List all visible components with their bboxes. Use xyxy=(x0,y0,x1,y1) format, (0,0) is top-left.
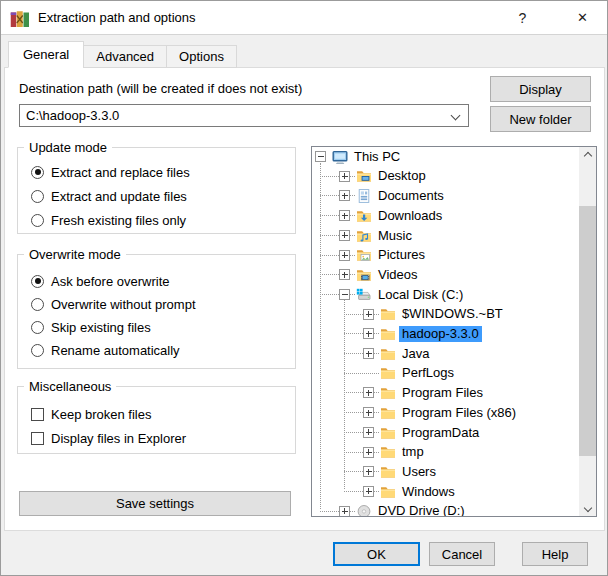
tree-item-label[interactable]: Program Files (x86) xyxy=(399,405,519,421)
expand-plus-icon[interactable] xyxy=(339,210,350,221)
tree-item-downloads[interactable]: Downloads xyxy=(312,206,579,226)
tree-item-label[interactable]: Pictures xyxy=(375,247,428,263)
tree-item-label[interactable]: tmp xyxy=(399,444,427,460)
scroll-up-icon[interactable] xyxy=(579,147,596,164)
folder-icon xyxy=(380,425,396,441)
folder-tree: This PCDesktopDocumentsDownloadsMusicPic… xyxy=(311,146,597,517)
checkbox-keep-broken-files[interactable]: Keep broken files xyxy=(31,404,151,424)
destination-path-label: Destination path (will be created if doe… xyxy=(19,81,302,96)
expand-plus-icon[interactable] xyxy=(363,447,374,458)
checkbox-display-files-in-explorer[interactable]: Display files in Explorer xyxy=(31,428,186,448)
radio-extract-and-update-files[interactable]: Extract and update files xyxy=(31,186,187,206)
tree-item-label[interactable]: Users xyxy=(399,464,439,480)
tree-item-java[interactable]: Java xyxy=(312,344,579,364)
radio-ask-before-overwrite[interactable]: Ask before overwrite xyxy=(31,271,170,291)
chevron-down-icon[interactable] xyxy=(451,111,461,121)
ok-button[interactable]: OK xyxy=(333,542,420,566)
overwrite-mode-group-title: Overwrite mode xyxy=(24,247,126,262)
tree-item-label[interactable]: Program Files xyxy=(399,385,486,401)
dvd-icon xyxy=(356,503,372,516)
expand-plus-icon[interactable] xyxy=(339,506,350,516)
tree-item-label[interactable]: Desktop xyxy=(375,168,429,184)
help-button[interactable]: Help xyxy=(522,542,588,566)
radio-rename-automatically[interactable]: Rename automatically xyxy=(31,340,180,360)
expand-plus-icon[interactable] xyxy=(363,328,374,339)
update-mode-group: Update mode Extract and replace files Ex… xyxy=(17,147,296,234)
expand-plus-icon[interactable] xyxy=(363,427,374,438)
tree-item-windows[interactable]: Windows xyxy=(312,482,579,502)
tree-item-music[interactable]: Music xyxy=(312,226,579,246)
expand-plus-icon[interactable] xyxy=(339,250,350,261)
folder-icon xyxy=(380,326,396,342)
expand-plus-icon[interactable] xyxy=(363,466,374,477)
radio-extract-and-replace-files[interactable]: Extract and replace files xyxy=(31,162,190,182)
expand-plus-icon[interactable] xyxy=(339,171,350,182)
scrollbar-thumb[interactable] xyxy=(579,206,596,456)
tree-item-label[interactable]: hadoop-3.3.0 xyxy=(399,326,482,342)
tree-item-label[interactable]: Windows xyxy=(399,484,458,500)
folder-icon xyxy=(380,484,396,500)
tab-options[interactable]: Options xyxy=(166,45,237,68)
tree-item-perflogs[interactable]: PerfLogs xyxy=(312,364,579,384)
tree-item-users[interactable]: Users xyxy=(312,462,579,482)
tab-strip: General Advanced Options xyxy=(8,41,236,68)
tree-item-windows-bt[interactable]: $WINDOWS.~BT xyxy=(312,305,579,325)
help-titlebar-button[interactable]: ? xyxy=(500,1,545,34)
tree-item-label[interactable]: $WINDOWS.~BT xyxy=(399,306,506,322)
tab-advanced[interactable]: Advanced xyxy=(83,45,167,68)
tree-item-label[interactable]: DVD Drive (D:) xyxy=(375,503,468,516)
radio-fresh-existing-files-only[interactable]: Fresh existing files only xyxy=(31,210,186,230)
save-settings-button[interactable]: Save settings xyxy=(19,491,291,516)
tree-item-dvd-drive-d[interactable]: DVD Drive (D:) xyxy=(312,502,579,516)
expand-plus-icon[interactable] xyxy=(363,309,374,320)
expand-plus-icon[interactable] xyxy=(363,387,374,398)
miscellaneous-group-title: Miscellaneous xyxy=(24,379,116,394)
tree-item-label[interactable]: This PC xyxy=(351,149,403,165)
radio-skip-existing-files[interactable]: Skip existing files xyxy=(31,317,151,337)
collapse-minus-icon[interactable] xyxy=(339,289,350,300)
tree-item-videos[interactable]: Videos xyxy=(312,265,579,285)
tree-item-desktop[interactable]: Desktop xyxy=(312,167,579,187)
tree-item-label[interactable]: Downloads xyxy=(375,208,445,224)
tree-item-local-disk-c[interactable]: Local Disk (C:) xyxy=(312,285,579,305)
tree-item-program-files-x86[interactable]: Program Files (x86) xyxy=(312,403,579,423)
close-button[interactable]: ✕ xyxy=(560,1,605,34)
expand-plus-icon[interactable] xyxy=(339,269,350,280)
tree-scrollbar[interactable] xyxy=(579,147,596,516)
tree-item-documents[interactable]: Documents xyxy=(312,186,579,206)
drive-icon xyxy=(356,287,372,303)
tree-item-pictures[interactable]: Pictures xyxy=(312,246,579,266)
checkbox-icon xyxy=(31,432,44,445)
radio-overwrite-without-prompt[interactable]: Overwrite without prompt xyxy=(31,294,196,314)
expand-plus-icon[interactable] xyxy=(363,348,374,359)
tree-item-program-files[interactable]: Program Files xyxy=(312,383,579,403)
radio-icon xyxy=(31,275,44,288)
collapse-minus-icon[interactable] xyxy=(315,151,326,162)
display-button[interactable]: Display xyxy=(490,76,591,102)
expand-plus-icon[interactable] xyxy=(363,486,374,497)
expand-plus-icon[interactable] xyxy=(363,407,374,418)
new-folder-button[interactable]: New folder xyxy=(490,106,591,132)
tree-item-label[interactable]: Documents xyxy=(375,188,447,204)
tree-item-label[interactable]: PerfLogs xyxy=(399,365,457,381)
tree-item-label[interactable]: ProgramData xyxy=(399,425,482,441)
expand-plus-icon[interactable] xyxy=(339,230,350,241)
winrar-app-icon xyxy=(10,8,30,28)
tree-item-hadoop-3-3-0[interactable]: hadoop-3.3.0 xyxy=(312,324,579,344)
tree-item-programdata[interactable]: ProgramData xyxy=(312,423,579,443)
radio-label: Rename automatically xyxy=(51,343,180,358)
tree-item-label[interactable]: Java xyxy=(399,346,432,362)
destination-path-combobox[interactable]: C:\hadoop-3.3.0 xyxy=(19,104,469,127)
tree-item-label[interactable]: Music xyxy=(375,228,415,244)
tree-item-tmp[interactable]: tmp xyxy=(312,443,579,463)
checkbox-label: Display files in Explorer xyxy=(51,431,186,446)
scroll-down-icon[interactable] xyxy=(579,499,596,516)
cancel-button[interactable]: Cancel xyxy=(429,542,495,566)
miscellaneous-group: Miscellaneous Keep broken files Display … xyxy=(17,386,296,454)
radio-icon xyxy=(31,344,44,357)
tree-item-this-pc[interactable]: This PC xyxy=(312,147,579,167)
tree-item-label[interactable]: Local Disk (C:) xyxy=(375,287,466,303)
tab-general[interactable]: General xyxy=(8,41,84,68)
tree-item-label[interactable]: Videos xyxy=(375,267,421,283)
expand-plus-icon[interactable] xyxy=(339,190,350,201)
